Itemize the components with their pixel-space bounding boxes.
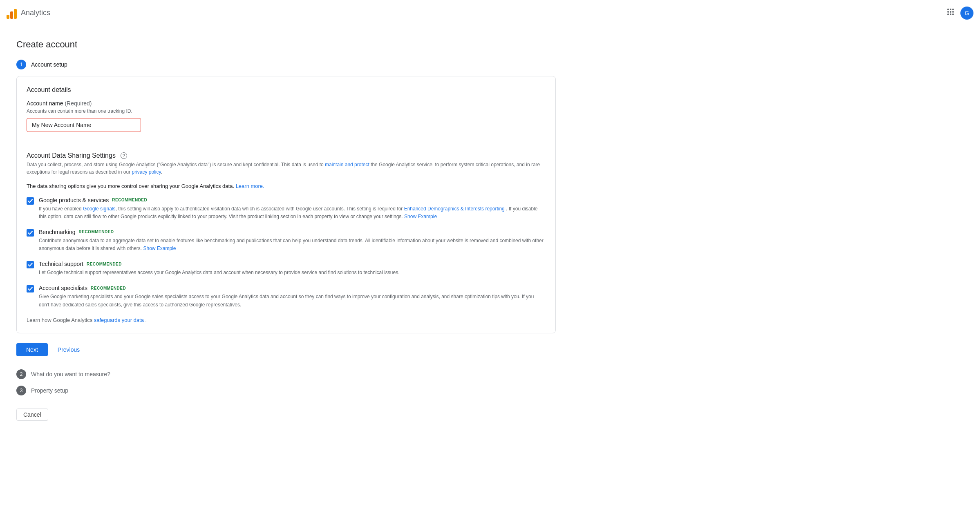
help-icon[interactable]: ? — [121, 152, 127, 159]
recommended-badge-2: RECOMMENDED — [79, 230, 114, 234]
page-title: Create account — [16, 39, 556, 50]
cancel-section: Cancel — [16, 405, 556, 421]
step-1-label: Account setup — [31, 61, 67, 68]
step-3-number: 3 — [16, 386, 26, 395]
checkbox-benchmarking-title: Benchmarking RECOMMENDED — [39, 229, 546, 235]
step-2-label: What do you want to measure? — [31, 371, 110, 377]
learn-more-link[interactable]: Learn more. — [236, 183, 264, 189]
next-button[interactable]: Next — [16, 343, 48, 356]
privacy-policy-link[interactable]: privacy policy — [132, 169, 161, 175]
recommended-badge-3: RECOMMENDED — [87, 262, 122, 266]
checkbox-google-products-content: Google products & services RECOMMENDED I… — [39, 197, 546, 221]
recommended-badge-1: RECOMMENDED — [112, 198, 147, 202]
header-left: Analytics — [7, 7, 50, 19]
previous-button[interactable]: Previous — [51, 343, 86, 356]
step-2-number: 2 — [16, 369, 26, 379]
checkbox-benchmarking-content: Benchmarking RECOMMENDED Contribute anon… — [39, 229, 546, 252]
checkbox-benchmarking-input[interactable] — [27, 229, 34, 237]
checkbox-account-specialists-desc: Give Google marketing specialists and yo… — [39, 293, 546, 308]
cancel-button[interactable]: Cancel — [16, 409, 48, 421]
checkbox-google-products-input[interactable] — [27, 197, 34, 205]
checkbox-account-specialists: Account specialists RECOMMENDED Give Goo… — [27, 285, 546, 308]
account-name-label: Account name (Required) — [27, 100, 546, 107]
step-1-number: 1 — [16, 60, 26, 69]
data-sharing-desc: Data you collect, process, and store usi… — [27, 161, 546, 176]
recommended-badge-4: RECOMMENDED — [91, 286, 126, 290]
checkbox-benchmarking: Benchmarking RECOMMENDED Contribute anon… — [27, 229, 546, 252]
step-1: 1 Account setup Account details Account … — [16, 60, 556, 356]
checkbox-technical-support-desc: Let Google technical support representat… — [39, 269, 546, 277]
page-content: Create account 1 Account setup Account d… — [0, 26, 572, 434]
safeguards-link[interactable]: safeguards your data — [94, 317, 144, 323]
maintain-protect-link[interactable]: maintain and protect — [325, 162, 369, 167]
avatar[interactable]: G — [960, 7, 973, 20]
checkbox-technical-support: Technical support RECOMMENDED Let Google… — [27, 261, 546, 277]
checkbox-google-products-desc: If you have enabled Google signals, this… — [39, 205, 546, 221]
app-title: Analytics — [21, 9, 50, 17]
field-sublabel: Accounts can contain more than one track… — [27, 108, 546, 114]
checkbox-account-specialists-content: Account specialists RECOMMENDED Give Goo… — [39, 285, 546, 308]
show-example-link-1[interactable]: Show Example — [404, 214, 437, 219]
checkbox-technical-support-content: Technical support RECOMMENDED Let Google… — [39, 261, 546, 277]
header-right: G — [946, 7, 973, 20]
step-2: 2 What do you want to measure? — [16, 366, 556, 382]
step-3: 3 Property setup — [16, 382, 556, 399]
show-example-link-2[interactable]: Show Example — [143, 246, 176, 251]
checkbox-technical-support-title: Technical support RECOMMENDED — [39, 261, 546, 267]
safeguards-text: Learn how Google Analytics safeguards yo… — [27, 317, 546, 323]
account-details-section: Account details Account name (Required) … — [17, 76, 555, 142]
checkbox-technical-support-input[interactable] — [27, 261, 34, 268]
action-buttons: Next Previous — [16, 343, 556, 356]
checkbox-benchmarking-desc: Contribute anonymous data to an aggregat… — [39, 237, 546, 252]
step-1-header: 1 Account setup — [16, 60, 556, 69]
logo-bar-1 — [7, 15, 9, 19]
apps-icon[interactable] — [946, 7, 955, 19]
account-name-input[interactable] — [27, 118, 141, 132]
checkbox-google-products: Google products & services RECOMMENDED I… — [27, 197, 546, 221]
checkbox-account-specialists-title: Account specialists RECOMMENDED — [39, 285, 546, 291]
checkbox-google-products-title: Google products & services RECOMMENDED — [39, 197, 546, 203]
sharing-intro: The data sharing options give you more c… — [27, 182, 546, 190]
google-signals-link[interactable]: Google signals — [83, 206, 115, 212]
step-1-card: Account details Account name (Required) … — [16, 76, 556, 333]
step-3-label: Property setup — [31, 387, 68, 394]
logo-bar-3 — [14, 9, 17, 19]
analytics-logo — [7, 7, 17, 19]
data-sharing-section: Account Data Sharing Settings ? Data you… — [17, 142, 555, 333]
field-required: (Required) — [65, 100, 92, 107]
header: Analytics G — [0, 0, 980, 26]
enhanced-demographics-link[interactable]: Enhanced Demographics & Interests report… — [404, 206, 505, 212]
logo-bar-2 — [10, 11, 13, 19]
checkbox-account-specialists-input[interactable] — [27, 285, 34, 292]
account-details-title: Account details — [27, 86, 546, 94]
data-sharing-title: Account Data Sharing Settings ? — [27, 152, 546, 159]
